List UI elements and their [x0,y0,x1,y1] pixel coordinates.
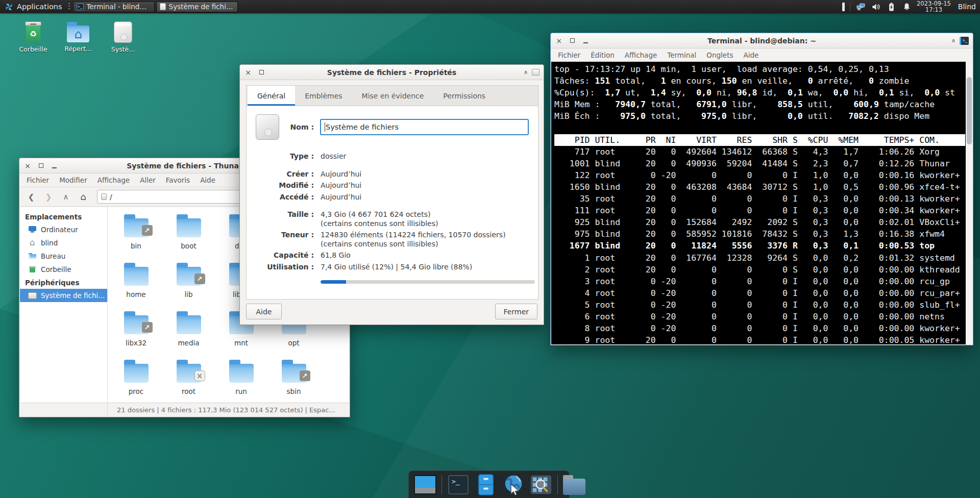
field-row: Modifié :Aujourd’hui [256,181,530,190]
volume-icon[interactable] [871,2,881,12]
minimize-icon[interactable] [50,162,58,170]
tab-gnral[interactable]: Général [248,86,295,106]
properties-dialog: × Système de fichiers - Propriétés ∧ Gén… [239,64,544,325]
desktop-icon-drive[interactable]: Systè... [107,21,139,53]
menu-item-aide[interactable]: Aide [195,175,220,186]
bell-icon[interactable] [901,2,912,12]
file-item-run[interactable]: run [215,357,267,405]
desktop-icon-folder-home[interactable]: ⌂Répert... [62,21,94,53]
field-row: Teneur :124830 éléments (114224 fichiers… [256,231,530,248]
forward-icon[interactable]: ❯ [41,190,56,204]
tab-emblmes[interactable]: Emblèmes [295,86,352,106]
close-icon[interactable]: × [23,162,32,170]
name-input[interactable]: Système de fichiers [320,119,529,135]
symlink-emblem-icon: ↗ [142,225,153,236]
sidebar-item-corbeille[interactable]: Corbeille [20,263,107,276]
field-label: Capacité : [256,251,314,260]
panel-clock[interactable]: 2023-09-15 17:13 [917,1,951,13]
help-button[interactable]: Aide [246,304,282,319]
terminal-window-controls: × [555,37,590,45]
dock-item-file-manager[interactable] [475,474,497,496]
terminal-menu-item-affichage[interactable]: Affichage [620,49,662,61]
back-icon[interactable]: ❮ [23,190,39,204]
file-item-media[interactable]: media [162,308,215,357]
panel-user-button[interactable]: Blind [958,3,976,11]
applications-menu-button[interactable]: Applications [0,0,66,13]
file-item-lib[interactable]: ↗lib [162,260,215,308]
field-label: Accédé : [256,193,314,202]
terminal-text: 0,1 [879,88,894,97]
terminal-text: 96,8 [737,88,757,97]
terminal-menu-item-édition[interactable]: Édition [585,49,620,61]
maximize-icon[interactable] [257,68,265,77]
menu-item-affichage[interactable]: Affichage [92,175,135,186]
terminal-process-row: 925 blind 20 0 152684 2492 2092 S 0,3 0,… [554,216,965,228]
file-item-root[interactable]: ×root [162,357,215,405]
field-label: Taille : [256,210,314,228]
file-item-sbin[interactable]: ↗sbin [267,357,320,405]
taskbar-button[interactable]: Système de fichiers - Th... [156,2,238,12]
terminal-process-row: 975 blind 20 0 585952 101816 78432 S 0,3… [554,228,965,240]
sidebar-item-blind[interactable]: ⌂blind [20,236,107,250]
terminal-menu-item-terminal[interactable]: Terminal [662,49,701,61]
sidebar-item-bureau[interactable]: Bureau [20,250,107,263]
terminal-text: tamp/cache [879,99,935,109]
menu-item-modifier[interactable]: Modifier [54,175,92,186]
up-icon[interactable]: ∧ [58,190,74,204]
close-button[interactable]: Fermer [495,304,537,319]
battery-icon[interactable] [886,2,896,12]
terminal-process-row: 8 root 0 -20 0 0 0 I 0,0 0,0 0:00.00 kwo… [554,322,965,334]
network-icon[interactable] [855,2,866,12]
folder-icon: × [177,364,201,383]
maximize-icon[interactable] [37,162,45,170]
close-icon[interactable]: × [555,37,563,45]
maximize-icon[interactable] [568,37,576,45]
sidebar-item-ordinateur[interactable]: Ordinateur [20,223,107,236]
terminal-titlebar[interactable]: × Terminal - blind@debian: ~ ∧ >_ [551,33,973,48]
home-glyph: ⌂ [67,26,89,42]
close-icon[interactable]: × [244,68,252,77]
terminal-menu-item-aide[interactable]: Aide [738,49,764,61]
dock-item-terminal[interactable]: >_ [447,474,470,496]
desktop-icon-trash[interactable]: ♻Corbeille [17,21,49,53]
dock-item-app-finder[interactable] [530,474,552,496]
tab-permissions[interactable]: Permissions [433,86,495,106]
tab-miseenvidence[interactable]: Mise en évidence [352,86,434,106]
dock-item-show-desktop[interactable] [414,474,436,496]
menu-item-aller[interactable]: Aller [135,175,161,186]
terminal-line: MiB Mem : 7940,7 total, 6791,0 libr, 858… [554,98,965,110]
no-access-emblem-icon: × [194,370,205,381]
file-item-proc[interactable]: proc [110,357,162,405]
sidebar-item-systmedefichi[interactable]: Système de fichi... [20,289,107,302]
shade-icon[interactable]: ∧ [951,37,955,44]
field-row: Accédé :Aujourd’hui [256,193,530,202]
terminal-text: MiB Éch : [554,111,620,121]
file-item-home[interactable]: home [110,260,162,308]
home-icon[interactable]: ⌂ [76,190,91,204]
file-item-libx32[interactable]: ↗libx32 [110,308,162,357]
terminal-text: top - 17:13:27 up 14 min, 1 user, load a… [554,64,889,74]
symlink-emblem-icon: ↗ [194,273,205,284]
folder-icon: ↗ [282,364,306,383]
dock-item-web-browser[interactable] [502,474,525,496]
terminal-menu-item-onglets[interactable]: Onglets [701,49,738,61]
menu-item-favoris[interactable]: Favoris [161,175,195,186]
folder-icon [177,218,201,237]
scrollbar-thumb[interactable] [967,77,972,144]
minimize-icon[interactable] [581,37,590,45]
dialog-titlebar[interactable]: × Système de fichiers - Propriétés ∧ [240,65,544,80]
terminal-scrollbar[interactable] [966,62,972,344]
sidebar-section-header: Périphériques [20,276,107,289]
app-finder-icon [530,474,552,495]
terminal-output[interactable]: top - 17:13:27 up 14 min, 1 user, load a… [551,62,972,344]
dock-item-folder[interactable] [563,474,585,496]
menu-item-fichier[interactable]: Fichier [21,175,54,186]
terminal-menu-item-fichier[interactable]: Fichier [553,49,585,61]
file-item-bin[interactable]: ↗bin [110,211,162,260]
taskbar-button[interactable]: >_Terminal - blind@debia... [73,2,155,12]
shade-icon[interactable]: ∧ [524,69,528,76]
terminal-text: 0,0 [924,88,940,97]
drive-icon [28,292,37,299]
terminal-text: id, [757,88,788,97]
file-item-boot[interactable]: boot [162,211,215,260]
